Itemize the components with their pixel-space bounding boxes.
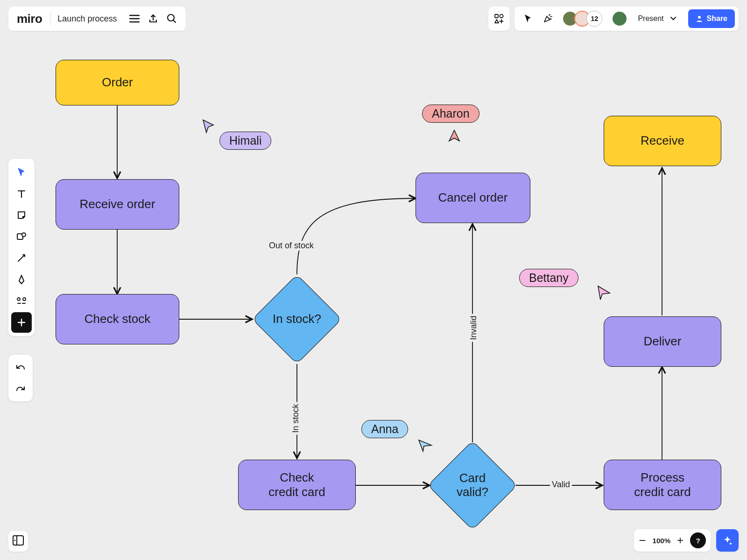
top-bar-right: 12 Present Share <box>488 7 739 31</box>
board-canvas[interactable]: Order Receive order Check stock In stock… <box>0 0 747 560</box>
cursor-icon <box>523 14 533 24</box>
share-button[interactable]: Share <box>688 9 735 28</box>
search-icon <box>167 14 177 24</box>
pointer-mode-button[interactable] <box>520 9 536 28</box>
sticky-note-tool[interactable] <box>11 205 32 225</box>
collab-label-aharon: Aharon <box>422 105 479 123</box>
zoom-controls: − 100% + ? <box>634 529 711 552</box>
hamburger-icon <box>129 14 140 23</box>
apps-button[interactable] <box>488 7 510 31</box>
svg-point-16 <box>23 298 26 301</box>
svg-rect-10 <box>495 14 498 18</box>
bottom-right-controls: − 100% + ? <box>634 529 739 552</box>
node-label: Check credit card <box>268 470 325 499</box>
node-order[interactable]: Order <box>56 60 179 105</box>
cursor-icon <box>597 285 612 301</box>
party-popper-icon <box>543 14 553 24</box>
more-tools-button[interactable] <box>11 312 32 333</box>
svg-point-11 <box>500 14 503 18</box>
search-button[interactable] <box>162 9 181 28</box>
current-user-avatar[interactable] <box>612 11 627 27</box>
frame-tool[interactable] <box>11 291 32 311</box>
edge-label-valid: Valid <box>550 480 572 490</box>
frames-panel-button[interactable] <box>8 531 28 552</box>
shape-tool[interactable] <box>11 226 32 247</box>
node-in-stock-decision[interactable]: In stock? <box>265 287 329 351</box>
brand-logo[interactable]: miro <box>17 12 42 26</box>
collaborator-avatars[interactable]: 12 <box>562 11 602 27</box>
cursor-icon <box>417 439 433 453</box>
node-receive[interactable]: Receive <box>604 116 721 166</box>
board-title[interactable]: Launch process <box>57 14 117 24</box>
edge-label-invalid: Invalid <box>469 314 479 342</box>
creation-toolbar <box>8 159 35 336</box>
edge-label-out-of-stock: Out of stock <box>267 241 316 251</box>
panel-icon <box>12 535 24 546</box>
svg-point-14 <box>22 233 26 237</box>
node-label: Deliver <box>644 334 682 349</box>
edge-label-in-stock: In stock <box>291 402 301 434</box>
node-receive-order[interactable]: Receive order <box>56 179 179 230</box>
svg-point-15 <box>17 298 20 301</box>
reactions-button[interactable] <box>540 9 556 28</box>
node-label: Cancel order <box>438 190 508 205</box>
node-process-credit-card[interactable]: Process credit card <box>604 460 721 510</box>
zoom-level[interactable]: 100% <box>653 537 670 545</box>
connector-tool[interactable] <box>11 248 32 268</box>
sparkle-icon <box>722 535 733 546</box>
zoom-out-button[interactable]: − <box>639 533 646 548</box>
node-label: Receive <box>641 133 684 148</box>
node-check-stock[interactable]: Check stock <box>56 294 179 344</box>
select-tool[interactable] <box>11 162 32 182</box>
divider <box>50 11 51 26</box>
person-icon <box>696 15 703 22</box>
node-label: Process credit card <box>634 470 691 499</box>
undo-button[interactable] <box>10 357 31 378</box>
node-label: Card valid? <box>457 471 488 499</box>
collab-label-bettany: Bettany <box>519 269 578 287</box>
zoom-in-button[interactable]: + <box>677 534 684 547</box>
node-card-valid-decision[interactable]: Card valid? <box>441 454 504 517</box>
shapes-plus-icon <box>494 14 504 24</box>
node-label: Receive order <box>80 197 155 211</box>
node-cancel-order[interactable]: Cancel order <box>416 173 530 223</box>
collab-chunk: 12 Present Share <box>514 7 739 31</box>
svg-point-12 <box>698 16 701 19</box>
ai-assist-button[interactable] <box>716 529 739 552</box>
export-button[interactable] <box>144 9 162 28</box>
collab-label-himali: Himali <box>219 132 271 150</box>
node-check-credit-card[interactable]: Check credit card <box>238 460 356 510</box>
help-button[interactable]: ? <box>690 532 706 548</box>
node-label: Order <box>102 75 133 90</box>
main-menu-button[interactable] <box>125 9 144 28</box>
avatar-overflow[interactable]: 12 <box>586 11 602 27</box>
node-label: In stock? <box>273 312 321 326</box>
svg-point-18 <box>14 540 16 541</box>
cursor-icon <box>447 129 461 145</box>
node-label: Check stock <box>85 312 151 326</box>
collab-label-anna: Anna <box>361 420 408 438</box>
chevron-down-icon <box>670 17 676 21</box>
export-icon <box>148 14 158 24</box>
redo-button[interactable] <box>10 378 31 399</box>
top-bar-left: miro Launch process <box>8 7 186 31</box>
history-toolbar <box>8 355 33 401</box>
text-tool[interactable] <box>11 183 32 204</box>
present-button[interactable]: Present <box>631 7 682 31</box>
cursor-icon <box>202 119 216 134</box>
pen-tool[interactable] <box>11 269 32 290</box>
node-deliver[interactable]: Deliver <box>604 316 721 367</box>
